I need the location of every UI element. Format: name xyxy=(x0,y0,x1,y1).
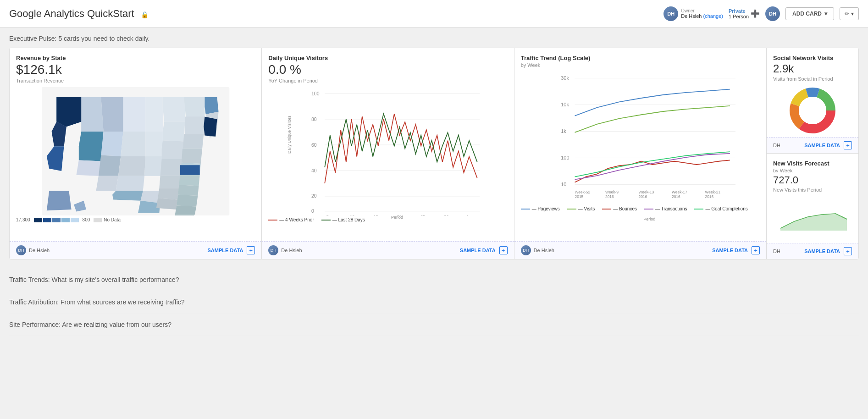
state-mn xyxy=(145,97,163,132)
svg-text:2015: 2015 xyxy=(575,194,583,199)
cards-row: Revenue by State $126.1k Transaction Rev… xyxy=(9,48,859,259)
svg-text:60: 60 xyxy=(311,142,317,148)
footer-right-5: SAMPLE DATA + xyxy=(804,247,852,255)
pageviews-line xyxy=(575,89,730,116)
state-ne-dark xyxy=(204,117,217,137)
footer-user-1: De Hsieh xyxy=(29,248,50,253)
state-il xyxy=(163,121,185,141)
state-sd xyxy=(121,132,145,156)
card-value: $126.1k xyxy=(16,62,255,77)
question-2: Traffic Attribution: From what sources a… xyxy=(9,291,859,314)
footer-avatar-5: DH xyxy=(773,248,780,254)
card-traffic-trend: Traffic Trend (Log Scale) by Week 30k 10… xyxy=(514,48,767,259)
legend-low: 17,300 xyxy=(16,217,30,222)
legend-pageviews-line xyxy=(521,209,530,210)
svg-text:Week-52: Week-52 xyxy=(575,190,590,194)
card-desc: Transaction Revenue xyxy=(16,78,255,83)
add-data-button-5[interactable]: + xyxy=(844,247,852,255)
add-person-icon[interactable]: ➕ xyxy=(751,9,760,18)
svg-text:40: 40 xyxy=(311,168,317,173)
legend-transactions-line xyxy=(644,209,653,210)
chart-legend-3: — Pageviews — Visits — Bounces — Transac… xyxy=(521,206,760,211)
svg-text:1k: 1k xyxy=(561,128,566,134)
legend-visits: — Visits xyxy=(567,206,595,211)
legend-swatch-lighter xyxy=(71,218,79,222)
footer-right-4: SAMPLE DATA + xyxy=(804,141,852,149)
footer-avatar-2: DH xyxy=(268,245,278,255)
svg-text:5: 5 xyxy=(326,214,329,215)
owner-info: Owner De Hsieh (change) xyxy=(681,8,723,19)
donut-hole xyxy=(799,97,826,124)
legend-nodata-label: No Data xyxy=(104,217,121,222)
traffic-svg: 30k 10k 1k 100 10 xyxy=(539,72,760,204)
owner-section: DH Owner De Hsieh (change) xyxy=(663,6,723,21)
legend-swatch-nodata xyxy=(94,218,102,222)
state-ms xyxy=(158,188,179,200)
section-questions: Traffic Trends: What is my site's overal… xyxy=(9,269,859,336)
add-data-button-1[interactable]: + xyxy=(247,246,255,254)
footer-avatar-1: DH xyxy=(16,245,26,255)
legend-transactions: — Transactions xyxy=(644,206,687,211)
state-nm xyxy=(96,176,118,191)
state-tn xyxy=(159,176,181,188)
card-footer-4: DH SAMPLE DATA + xyxy=(767,137,858,153)
footer-right-3: SAMPLE DATA + xyxy=(712,246,760,254)
change-link[interactable]: (change) xyxy=(703,13,723,19)
add-data-button-2[interactable]: + xyxy=(499,246,508,254)
add-card-button[interactable]: ADD CARD ▾ xyxy=(785,7,834,20)
footer-user-3: De Hsieh xyxy=(534,248,554,253)
sample-data-link-4[interactable]: SAMPLE DATA xyxy=(804,143,840,148)
owner-avatar: DH xyxy=(663,6,678,21)
add-data-button-4[interactable]: + xyxy=(844,141,852,149)
privacy-section: Private 1 Person ➕ xyxy=(729,8,760,19)
svg-text:2016: 2016 xyxy=(605,194,614,199)
svg-text:1: 1 xyxy=(467,214,469,215)
header-controls: DH Owner De Hsieh (change) Private 1 Per… xyxy=(663,6,859,21)
state-ks xyxy=(116,176,144,191)
legend-swatch-mid1 xyxy=(43,218,51,222)
add-data-button-3[interactable]: + xyxy=(752,246,760,254)
card-daily-unique-visitors: Daily Unique Visitors 0.0 % YoY Change i… xyxy=(262,48,514,259)
state-nd xyxy=(123,97,145,132)
sample-data-link-3[interactable]: SAMPLE DATA xyxy=(712,248,748,253)
card-title-2: Daily Unique Visitors xyxy=(268,55,507,61)
state-id xyxy=(81,97,103,132)
sample-data-link-2[interactable]: SAMPLE DATA xyxy=(460,248,496,253)
card-right-column: Social Network Visits 2.9k Visits from S… xyxy=(767,48,858,259)
legend-visits-line xyxy=(567,209,576,210)
legend-high: 800 xyxy=(83,217,90,222)
edit-button[interactable]: ✏ ▾ xyxy=(840,7,859,20)
state-nv xyxy=(79,132,104,161)
question-1: Traffic Trends: What is my site's overal… xyxy=(9,269,859,291)
legend-bounces-line xyxy=(602,209,611,210)
svg-text:100: 100 xyxy=(311,91,320,96)
card-social-network: Social Network Visits 2.9k Visits from S… xyxy=(767,48,858,154)
card-title: Revenue by State xyxy=(16,55,255,61)
svg-text:20: 20 xyxy=(311,193,317,199)
state-ga xyxy=(177,195,198,207)
legend-nodata-group: No Data xyxy=(94,217,121,222)
footer-right-1: SAMPLE DATA + xyxy=(208,246,255,254)
map-svg xyxy=(16,87,255,215)
card-subtitle-3: by Week xyxy=(521,62,760,68)
state-ny xyxy=(184,97,205,119)
card-desc-2: YoY Change in Period xyxy=(268,78,507,83)
card-new-visits-forecast: New Visits Forecast by Week 727.0 New Vi… xyxy=(767,154,858,259)
x-axis-label: Period xyxy=(287,215,507,220)
footer-user-2: De Hsieh xyxy=(281,248,302,253)
state-fl-s xyxy=(174,215,195,215)
sample-data-link-5[interactable]: SAMPLE DATA xyxy=(804,248,840,254)
state-wa-dark xyxy=(56,97,81,127)
legend-swatch-mid2 xyxy=(52,218,61,222)
card-footer-1: DH De Hsieh SAMPLE DATA + xyxy=(10,241,261,259)
state-al xyxy=(156,198,177,210)
sample-data-link-1[interactable]: SAMPLE DATA xyxy=(208,248,243,253)
state-dc-area xyxy=(180,165,200,175)
title-text: Google Analytics QuickStart xyxy=(9,8,134,19)
legend-pageviews: — Pageviews xyxy=(521,206,560,211)
donut-svg xyxy=(787,85,838,136)
x-axis-label-3: Period xyxy=(539,217,760,221)
map-legend: 17,300 800 No Data xyxy=(16,217,255,222)
card-desc-5: New Visits this Period xyxy=(773,187,852,193)
legend-swatch-dark xyxy=(34,218,42,222)
